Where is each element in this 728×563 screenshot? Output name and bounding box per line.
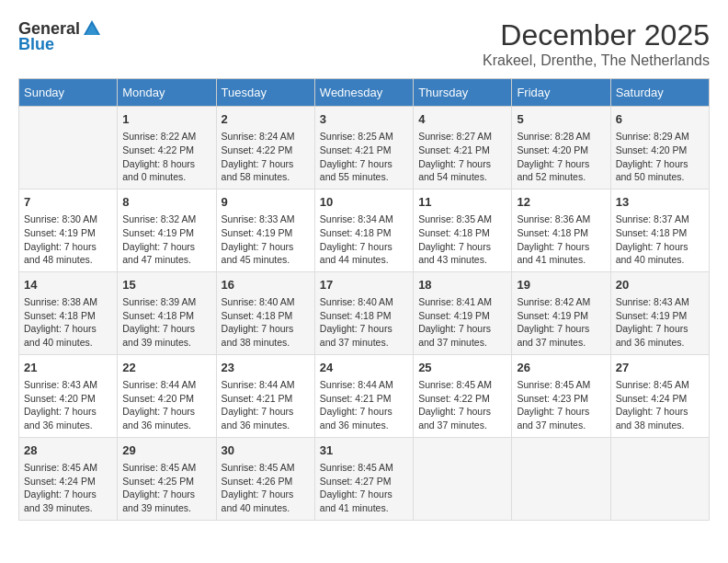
sunrise-text: Sunrise: 8:33 AM <box>222 213 310 226</box>
sunrise-text: Sunrise: 8:45 AM <box>616 378 704 392</box>
calendar-cell: 9Sunrise: 8:33 AMSunset: 4:19 PMDaylight… <box>216 189 314 271</box>
daylight-text: Daylight: 7 hours and 40 minutes. <box>24 322 112 349</box>
weekday-header-row: SundayMondayTuesdayWednesdayThursdayFrid… <box>19 79 710 107</box>
day-number: 9 <box>222 194 310 211</box>
sunset-text: Sunset: 4:20 PM <box>122 392 210 406</box>
calendar-week-row: 14Sunrise: 8:38 AMSunset: 4:18 PMDayligh… <box>19 271 710 354</box>
calendar-cell: 14Sunrise: 8:38 AMSunset: 4:18 PMDayligh… <box>19 271 118 354</box>
sunset-text: Sunset: 4:18 PM <box>418 226 506 240</box>
daylight-text: Daylight: 7 hours and 50 minutes. <box>616 157 704 184</box>
sunset-text: Sunset: 4:18 PM <box>517 226 605 240</box>
daylight-text: Daylight: 7 hours and 47 minutes. <box>122 240 210 267</box>
day-number: 26 <box>517 360 605 376</box>
sunrise-text: Sunrise: 8:45 AM <box>222 461 310 475</box>
sunrise-text: Sunrise: 8:35 AM <box>418 213 506 226</box>
sunset-text: Sunset: 4:18 PM <box>320 226 408 240</box>
sunrise-text: Sunrise: 8:34 AM <box>320 213 408 226</box>
daylight-text: Daylight: 7 hours and 54 minutes. <box>418 157 506 184</box>
sunset-text: Sunset: 4:19 PM <box>418 309 506 323</box>
sunrise-text: Sunrise: 8:45 AM <box>517 378 605 392</box>
daylight-text: Daylight: 7 hours and 45 minutes. <box>222 240 310 267</box>
sunrise-text: Sunrise: 8:27 AM <box>418 130 506 144</box>
sunrise-text: Sunrise: 8:44 AM <box>122 378 210 392</box>
calendar-cell: 28Sunrise: 8:45 AMSunset: 4:24 PMDayligh… <box>19 437 118 520</box>
calendar-week-row: 28Sunrise: 8:45 AMSunset: 4:24 PMDayligh… <box>19 437 710 520</box>
calendar-week-row: 21Sunrise: 8:43 AMSunset: 4:20 PMDayligh… <box>19 354 710 437</box>
calendar-cell: 22Sunrise: 8:44 AMSunset: 4:20 PMDayligh… <box>118 354 216 437</box>
calendar-table: SundayMondayTuesdayWednesdayThursdayFrid… <box>18 78 710 521</box>
sunset-text: Sunset: 4:20 PM <box>616 144 704 157</box>
calendar-cell: 2Sunrise: 8:24 AMSunset: 4:22 PMDaylight… <box>216 107 314 190</box>
sunrise-text: Sunrise: 8:43 AM <box>616 295 704 309</box>
sunset-text: Sunset: 4:21 PM <box>320 144 408 157</box>
weekday-header-sunday: Sunday <box>19 79 118 107</box>
daylight-text: Daylight: 7 hours and 36 minutes. <box>320 405 408 431</box>
calendar-cell: 7Sunrise: 8:30 AMSunset: 4:19 PMDaylight… <box>19 189 118 271</box>
sunset-text: Sunset: 4:21 PM <box>222 392 310 406</box>
calendar-cell: 8Sunrise: 8:32 AMSunset: 4:19 PMDaylight… <box>118 189 216 271</box>
sunrise-text: Sunrise: 8:43 AM <box>24 378 112 392</box>
sunset-text: Sunset: 4:19 PM <box>517 309 605 323</box>
sunrise-text: Sunrise: 8:24 AM <box>222 130 310 144</box>
sunset-text: Sunset: 4:22 PM <box>418 392 506 406</box>
daylight-text: Daylight: 7 hours and 48 minutes. <box>24 240 112 267</box>
sunrise-text: Sunrise: 8:40 AM <box>320 295 408 309</box>
sunset-text: Sunset: 4:27 PM <box>320 475 408 488</box>
sunset-text: Sunset: 4:18 PM <box>320 309 408 323</box>
daylight-text: Daylight: 7 hours and 38 minutes. <box>616 405 704 431</box>
location-title: Krakeel, Drenthe, The Netherlands <box>483 52 710 69</box>
sunset-text: Sunset: 4:19 PM <box>122 226 210 240</box>
sunset-text: Sunset: 4:25 PM <box>122 475 210 488</box>
daylight-text: Daylight: 7 hours and 37 minutes. <box>320 322 408 349</box>
calendar-cell <box>610 437 709 520</box>
day-number: 5 <box>517 111 605 128</box>
daylight-text: Daylight: 7 hours and 37 minutes. <box>418 405 506 431</box>
day-number: 13 <box>616 194 704 211</box>
weekday-header-tuesday: Tuesday <box>216 79 314 107</box>
day-number: 21 <box>24 360 112 376</box>
calendar-cell: 25Sunrise: 8:45 AMSunset: 4:22 PMDayligh… <box>414 354 512 437</box>
daylight-text: Daylight: 7 hours and 39 minutes. <box>24 488 112 514</box>
day-number: 16 <box>222 277 310 293</box>
sunrise-text: Sunrise: 8:22 AM <box>122 130 210 144</box>
day-number: 31 <box>320 442 408 459</box>
daylight-text: Daylight: 7 hours and 36 minutes. <box>122 405 210 431</box>
calendar-cell: 29Sunrise: 8:45 AMSunset: 4:25 PMDayligh… <box>118 437 216 520</box>
sunset-text: Sunset: 4:26 PM <box>222 475 310 488</box>
sunset-text: Sunset: 4:21 PM <box>418 144 506 157</box>
calendar-cell <box>512 437 610 520</box>
sunset-text: Sunset: 4:18 PM <box>222 309 310 323</box>
calendar-week-row: 7Sunrise: 8:30 AMSunset: 4:19 PMDaylight… <box>19 189 710 271</box>
day-number: 12 <box>517 194 605 211</box>
calendar-cell: 26Sunrise: 8:45 AMSunset: 4:23 PMDayligh… <box>512 354 610 437</box>
day-number: 15 <box>122 277 210 293</box>
calendar-cell: 3Sunrise: 8:25 AMSunset: 4:21 PMDaylight… <box>314 107 413 190</box>
calendar-cell: 27Sunrise: 8:45 AMSunset: 4:24 PMDayligh… <box>610 354 709 437</box>
sunset-text: Sunset: 4:21 PM <box>320 392 408 406</box>
sunset-text: Sunset: 4:23 PM <box>517 392 605 406</box>
day-number: 30 <box>222 442 310 459</box>
day-number: 7 <box>24 194 112 211</box>
daylight-text: Daylight: 7 hours and 37 minutes. <box>418 322 506 349</box>
weekday-header-thursday: Thursday <box>414 79 512 107</box>
daylight-text: Daylight: 7 hours and 36 minutes. <box>616 322 704 349</box>
sunrise-text: Sunrise: 8:45 AM <box>320 461 408 475</box>
sunrise-text: Sunrise: 8:40 AM <box>222 295 310 309</box>
daylight-text: Daylight: 7 hours and 40 minutes. <box>222 488 310 514</box>
sunrise-text: Sunrise: 8:44 AM <box>222 378 310 392</box>
sunset-text: Sunset: 4:19 PM <box>24 226 112 240</box>
weekday-header-monday: Monday <box>118 79 216 107</box>
logo: General Blue <box>18 18 102 54</box>
title-section: December 2025 Krakeel, Drenthe, The Neth… <box>483 18 710 69</box>
daylight-text: Daylight: 7 hours and 52 minutes. <box>517 157 605 184</box>
daylight-text: Daylight: 7 hours and 37 minutes. <box>517 405 605 431</box>
calendar-cell: 13Sunrise: 8:37 AMSunset: 4:18 PMDayligh… <box>610 189 709 271</box>
sunset-text: Sunset: 4:18 PM <box>122 309 210 323</box>
day-number: 6 <box>616 111 704 128</box>
calendar-cell: 6Sunrise: 8:29 AMSunset: 4:20 PMDaylight… <box>610 107 709 190</box>
sunrise-text: Sunrise: 8:38 AM <box>24 295 112 309</box>
sunrise-text: Sunrise: 8:45 AM <box>418 378 506 392</box>
calendar-cell <box>19 107 118 190</box>
day-number: 23 <box>222 360 310 376</box>
day-number: 2 <box>222 111 310 128</box>
